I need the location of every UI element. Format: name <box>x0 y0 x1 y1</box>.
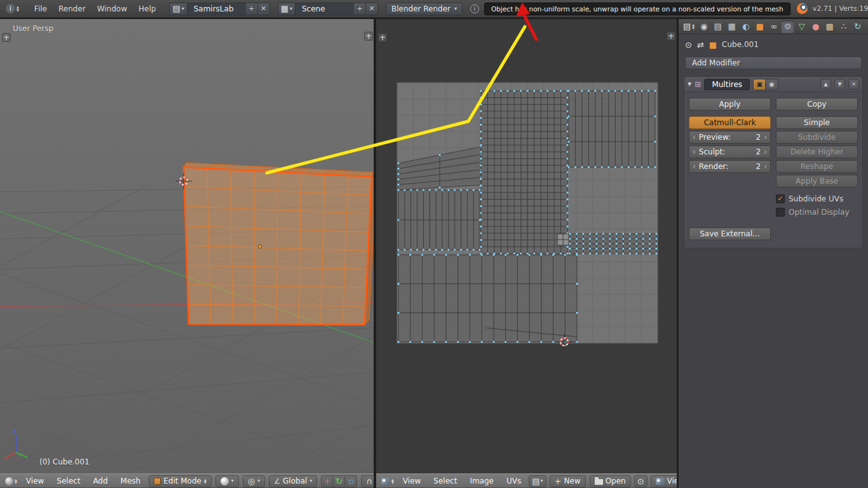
3d-viewport[interactable]: z User Persp (0) Cube.001 <box>0 19 374 473</box>
menu-view-uv[interactable]: View <box>397 477 426 485</box>
uv-toolshelf-expand-button[interactable]: + <box>378 33 387 42</box>
pin-uv-button[interactable]: ⊙ <box>634 475 648 487</box>
screen-layout-delete-button[interactable]: ✕ <box>258 3 270 15</box>
browse-id-icon[interactable]: ⇄ <box>697 41 704 49</box>
reshape-button[interactable]: Reshape <box>776 160 858 173</box>
transform-orientation-selector[interactable]: ∠ Global ▾ <box>269 475 317 487</box>
status-message: Object has non-uniform scale, unwrap wil… <box>484 3 790 15</box>
pivot-point-selector[interactable]: ◎ ▾ <box>243 475 265 487</box>
screen-layout-browse-button[interactable]: ▤ ▾ <box>169 3 187 15</box>
menu-add[interactable]: Add <box>87 477 113 485</box>
uv-display-mode-selector[interactable]: View ▲▼ <box>651 475 677 487</box>
pin-icon[interactable]: ⊙ <box>685 41 692 49</box>
tab-constraints[interactable]: ∞ <box>767 20 780 33</box>
render-engine-selector[interactable]: Blender Render ▾ <box>386 3 463 15</box>
decrement-arrow-icon[interactable]: ‹ <box>691 162 697 171</box>
translate-manipulator-button[interactable]: + <box>321 475 333 487</box>
tab-texture[interactable]: ▩ <box>823 20 836 33</box>
menu-file[interactable]: File <box>29 4 53 13</box>
save-external-button[interactable]: Save External... <box>689 227 771 240</box>
tab-modifiers[interactable]: ⚙ <box>781 20 794 33</box>
mode-selector[interactable]: Edit Mode ▲▼ <box>149 475 212 487</box>
screen-layout-selector: ▤ ▾ SamirsLab + ✕ <box>169 3 269 15</box>
delete-modifier-button[interactable]: ✕ <box>848 79 859 90</box>
render-level-field[interactable]: ‹ Render: 2 › <box>689 160 771 173</box>
expand-toggle-icon[interactable]: ▼ <box>688 81 691 87</box>
menu-help[interactable]: Help <box>133 4 161 13</box>
scene-browse-button[interactable]: ▦ ▾ <box>278 3 295 15</box>
decrement-arrow-icon[interactable]: ‹ <box>691 133 697 142</box>
scene-delete-button[interactable]: ✕ <box>366 3 378 15</box>
view-name-label: User Persp <box>13 24 53 33</box>
dropdown-arrow-icon: ▾ <box>257 478 260 484</box>
sculpt-level-field[interactable]: ‹ Sculpt: 2 › <box>689 146 771 158</box>
scene-add-button[interactable]: + <box>354 3 366 15</box>
browse-image-button[interactable]: ▤ ▾ <box>529 475 546 487</box>
uv-image-editor[interactable] <box>376 19 677 473</box>
uv-image-editor-icon <box>381 478 390 485</box>
move-modifier-down-button[interactable]: ▼ <box>834 79 845 90</box>
delete-higher-button[interactable]: Delete Higher <box>776 146 858 158</box>
orientation-label: Global <box>283 477 307 485</box>
move-modifier-up-button[interactable]: ▲ <box>820 79 831 90</box>
decrement-arrow-icon[interactable]: ‹ <box>691 147 697 156</box>
tab-scene[interactable]: ▦ <box>725 20 738 33</box>
menu-uvs[interactable]: UVs <box>501 477 527 485</box>
new-image-button[interactable]: + New <box>550 475 586 487</box>
editor-type-button-3d-view[interactable]: ▲▼ <box>3 477 19 485</box>
tab-render[interactable]: ◉ <box>697 20 710 33</box>
scale-manipulator-button[interactable]: ▫ <box>345 475 357 487</box>
editor-type-button-uv-image[interactable]: ▲▼ <box>379 478 396 485</box>
toolshelf-expand-button[interactable]: + <box>2 33 11 42</box>
tab-object[interactable]: ■ <box>753 20 766 33</box>
rotate-manipulator-button[interactable]: ↻ <box>333 475 345 487</box>
optimal-display-checkbox[interactable]: ✓ Optimal Display <box>776 207 858 218</box>
render-engine-value: Blender Render <box>391 4 451 13</box>
screen-layout-name-field[interactable]: SamirsLab <box>187 3 246 15</box>
tab-material[interactable]: ● <box>809 20 822 33</box>
modifier-name-field[interactable]: Multires <box>704 79 750 90</box>
increment-arrow-icon[interactable]: › <box>763 133 768 142</box>
tab-object-data[interactable]: ▽ <box>795 20 808 33</box>
menu-select-3d[interactable]: Select <box>51 477 86 485</box>
render-visibility-toggle[interactable]: ▣ <box>753 79 766 90</box>
menu-window[interactable]: Window <box>92 4 133 13</box>
subdivision-type-simple-button[interactable]: Simple <box>776 116 858 129</box>
increment-arrow-icon[interactable]: › <box>763 147 768 156</box>
copy-button[interactable]: Copy <box>776 98 858 111</box>
tab-world[interactable]: ◐ <box>739 20 752 33</box>
preview-level-field[interactable]: ‹ Preview: 2 › <box>689 131 771 144</box>
open-image-button[interactable]: Open <box>590 475 631 487</box>
increment-arrow-icon[interactable]: › <box>763 162 768 171</box>
editor-type-button-info[interactable]: i ▲▼ <box>4 4 21 13</box>
add-modifier-dropdown[interactable]: Add Modifier <box>685 57 862 69</box>
properties-editor-icon: ▤ <box>683 22 691 30</box>
uv-properties-expand-button[interactable]: + <box>667 32 675 41</box>
preview-label: Preview: <box>697 133 756 142</box>
menu-mesh[interactable]: Mesh <box>115 477 147 485</box>
scene-selector: ▦ ▾ Scene + ✕ <box>278 3 378 15</box>
viewport-visibility-toggle[interactable]: ◉ <box>766 79 778 90</box>
viewport-properties-expand-button[interactable]: + <box>364 32 373 41</box>
apply-base-button[interactable]: Apply Base <box>776 175 858 187</box>
plus-icon: + <box>555 477 562 485</box>
menu-image[interactable]: Image <box>464 477 499 485</box>
menu-view-3d[interactable]: View <box>20 477 50 485</box>
blender-logo <box>797 3 808 14</box>
subdivide-uvs-checkbox[interactable]: ✓ Subdivide UVs <box>776 193 858 205</box>
subdivision-type-catmull-clark-button[interactable]: Catmull-Clark <box>689 116 771 129</box>
menu-render[interactable]: Render <box>53 4 92 13</box>
snap-selector[interactable]: ∩ ▾ <box>361 475 374 487</box>
apply-button[interactable]: Apply <box>689 98 771 111</box>
tab-particles[interactable]: ∴ <box>837 20 850 33</box>
subdivide-button[interactable]: Subdivide <box>776 131 858 144</box>
editor-type-button-properties[interactable]: ▤ ▲▼ <box>681 22 696 30</box>
multires-modifier-panel: ▼ ⊞ Multires ▣ ◉ ▲ ▼ ✕ Apply Copy Catmul… <box>684 76 863 248</box>
menu-select-uv[interactable]: Select <box>428 477 463 485</box>
scene-name-field[interactable]: Scene <box>295 3 354 15</box>
tab-render-layers[interactable]: ▤ <box>711 20 724 33</box>
screen-layout-add-button[interactable]: + <box>246 3 258 15</box>
viewport-shading-selector[interactable]: ▾ <box>215 475 239 487</box>
image-icon <box>656 478 665 485</box>
tab-physics[interactable]: ↻ <box>851 20 864 33</box>
